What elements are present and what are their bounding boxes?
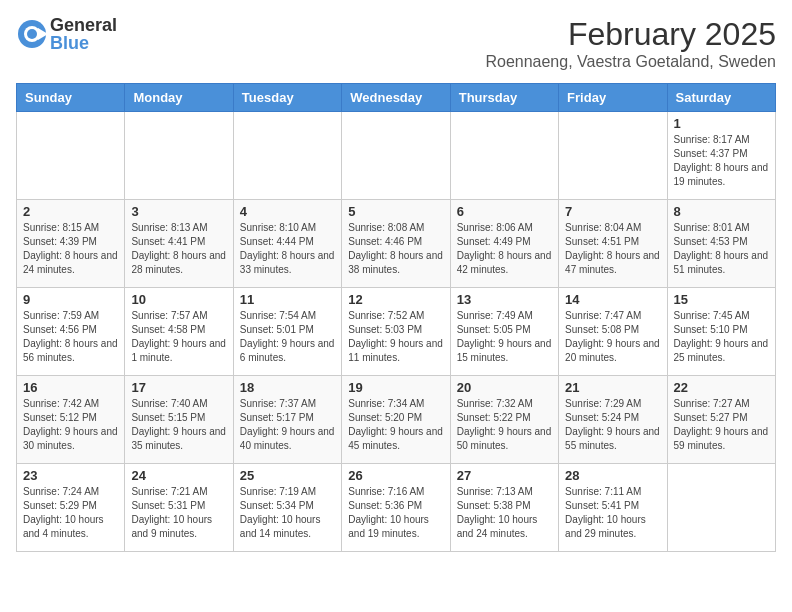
day-info: Sunrise: 7:40 AM Sunset: 5:15 PM Dayligh…	[131, 397, 226, 453]
weekday-header-friday: Friday	[559, 84, 667, 112]
day-number: 8	[674, 204, 769, 219]
day-info: Sunrise: 7:57 AM Sunset: 4:58 PM Dayligh…	[131, 309, 226, 365]
day-number: 11	[240, 292, 335, 307]
calendar-cell: 20Sunrise: 7:32 AM Sunset: 5:22 PM Dayli…	[450, 376, 558, 464]
calendar-cell	[233, 112, 341, 200]
day-number: 7	[565, 204, 660, 219]
weekday-header-monday: Monday	[125, 84, 233, 112]
day-number: 10	[131, 292, 226, 307]
header: General Blue February 2025 Roennaeng, Va…	[16, 16, 776, 71]
calendar-cell: 4Sunrise: 8:10 AM Sunset: 4:44 PM Daylig…	[233, 200, 341, 288]
day-number: 26	[348, 468, 443, 483]
calendar-cell: 15Sunrise: 7:45 AM Sunset: 5:10 PM Dayli…	[667, 288, 775, 376]
calendar-cell: 5Sunrise: 8:08 AM Sunset: 4:46 PM Daylig…	[342, 200, 450, 288]
logo-general-text: General	[50, 16, 117, 34]
day-info: Sunrise: 7:24 AM Sunset: 5:29 PM Dayligh…	[23, 485, 118, 541]
calendar-cell: 8Sunrise: 8:01 AM Sunset: 4:53 PM Daylig…	[667, 200, 775, 288]
calendar-cell: 9Sunrise: 7:59 AM Sunset: 4:56 PM Daylig…	[17, 288, 125, 376]
day-info: Sunrise: 7:45 AM Sunset: 5:10 PM Dayligh…	[674, 309, 769, 365]
calendar-week-row: 16Sunrise: 7:42 AM Sunset: 5:12 PM Dayli…	[17, 376, 776, 464]
day-info: Sunrise: 8:15 AM Sunset: 4:39 PM Dayligh…	[23, 221, 118, 277]
calendar-week-row: 2Sunrise: 8:15 AM Sunset: 4:39 PM Daylig…	[17, 200, 776, 288]
day-number: 1	[674, 116, 769, 131]
calendar-cell: 23Sunrise: 7:24 AM Sunset: 5:29 PM Dayli…	[17, 464, 125, 552]
day-number: 23	[23, 468, 118, 483]
calendar-cell: 10Sunrise: 7:57 AM Sunset: 4:58 PM Dayli…	[125, 288, 233, 376]
logo-blue-text: Blue	[50, 34, 117, 52]
weekday-header-sunday: Sunday	[17, 84, 125, 112]
day-info: Sunrise: 8:08 AM Sunset: 4:46 PM Dayligh…	[348, 221, 443, 277]
calendar-cell	[667, 464, 775, 552]
calendar-cell: 14Sunrise: 7:47 AM Sunset: 5:08 PM Dayli…	[559, 288, 667, 376]
day-info: Sunrise: 7:34 AM Sunset: 5:20 PM Dayligh…	[348, 397, 443, 453]
calendar-cell	[342, 112, 450, 200]
day-info: Sunrise: 7:27 AM Sunset: 5:27 PM Dayligh…	[674, 397, 769, 453]
day-info: Sunrise: 8:01 AM Sunset: 4:53 PM Dayligh…	[674, 221, 769, 277]
calendar-cell: 12Sunrise: 7:52 AM Sunset: 5:03 PM Dayli…	[342, 288, 450, 376]
day-info: Sunrise: 7:13 AM Sunset: 5:38 PM Dayligh…	[457, 485, 552, 541]
logo-icon	[16, 18, 48, 50]
day-number: 21	[565, 380, 660, 395]
weekday-header-row: SundayMondayTuesdayWednesdayThursdayFrid…	[17, 84, 776, 112]
day-number: 22	[674, 380, 769, 395]
day-number: 27	[457, 468, 552, 483]
day-number: 14	[565, 292, 660, 307]
day-number: 15	[674, 292, 769, 307]
calendar-cell: 6Sunrise: 8:06 AM Sunset: 4:49 PM Daylig…	[450, 200, 558, 288]
calendar-cell: 13Sunrise: 7:49 AM Sunset: 5:05 PM Dayli…	[450, 288, 558, 376]
calendar-cell: 26Sunrise: 7:16 AM Sunset: 5:36 PM Dayli…	[342, 464, 450, 552]
calendar-cell	[17, 112, 125, 200]
calendar-cell: 16Sunrise: 7:42 AM Sunset: 5:12 PM Dayli…	[17, 376, 125, 464]
calendar-cell	[125, 112, 233, 200]
logo: General Blue	[16, 16, 117, 52]
day-number: 6	[457, 204, 552, 219]
calendar-cell: 22Sunrise: 7:27 AM Sunset: 5:27 PM Dayli…	[667, 376, 775, 464]
day-info: Sunrise: 7:11 AM Sunset: 5:41 PM Dayligh…	[565, 485, 660, 541]
day-number: 19	[348, 380, 443, 395]
weekday-header-saturday: Saturday	[667, 84, 775, 112]
day-info: Sunrise: 7:37 AM Sunset: 5:17 PM Dayligh…	[240, 397, 335, 453]
calendar-cell: 2Sunrise: 8:15 AM Sunset: 4:39 PM Daylig…	[17, 200, 125, 288]
day-info: Sunrise: 7:49 AM Sunset: 5:05 PM Dayligh…	[457, 309, 552, 365]
calendar-cell: 19Sunrise: 7:34 AM Sunset: 5:20 PM Dayli…	[342, 376, 450, 464]
day-info: Sunrise: 8:04 AM Sunset: 4:51 PM Dayligh…	[565, 221, 660, 277]
calendar-cell: 24Sunrise: 7:21 AM Sunset: 5:31 PM Dayli…	[125, 464, 233, 552]
calendar-cell: 7Sunrise: 8:04 AM Sunset: 4:51 PM Daylig…	[559, 200, 667, 288]
day-info: Sunrise: 8:13 AM Sunset: 4:41 PM Dayligh…	[131, 221, 226, 277]
day-number: 9	[23, 292, 118, 307]
day-info: Sunrise: 7:52 AM Sunset: 5:03 PM Dayligh…	[348, 309, 443, 365]
calendar-cell: 28Sunrise: 7:11 AM Sunset: 5:41 PM Dayli…	[559, 464, 667, 552]
day-number: 17	[131, 380, 226, 395]
day-number: 18	[240, 380, 335, 395]
day-number: 20	[457, 380, 552, 395]
calendar-cell: 11Sunrise: 7:54 AM Sunset: 5:01 PM Dayli…	[233, 288, 341, 376]
day-info: Sunrise: 7:19 AM Sunset: 5:34 PM Dayligh…	[240, 485, 335, 541]
day-info: Sunrise: 7:32 AM Sunset: 5:22 PM Dayligh…	[457, 397, 552, 453]
calendar-week-row: 9Sunrise: 7:59 AM Sunset: 4:56 PM Daylig…	[17, 288, 776, 376]
day-number: 5	[348, 204, 443, 219]
day-info: Sunrise: 8:10 AM Sunset: 4:44 PM Dayligh…	[240, 221, 335, 277]
weekday-header-tuesday: Tuesday	[233, 84, 341, 112]
calendar-table: SundayMondayTuesdayWednesdayThursdayFrid…	[16, 83, 776, 552]
day-number: 24	[131, 468, 226, 483]
day-info: Sunrise: 7:47 AM Sunset: 5:08 PM Dayligh…	[565, 309, 660, 365]
day-number: 2	[23, 204, 118, 219]
day-number: 16	[23, 380, 118, 395]
day-number: 3	[131, 204, 226, 219]
day-number: 12	[348, 292, 443, 307]
day-number: 28	[565, 468, 660, 483]
weekday-header-wednesday: Wednesday	[342, 84, 450, 112]
day-info: Sunrise: 8:06 AM Sunset: 4:49 PM Dayligh…	[457, 221, 552, 277]
day-number: 25	[240, 468, 335, 483]
weekday-header-thursday: Thursday	[450, 84, 558, 112]
day-info: Sunrise: 7:59 AM Sunset: 4:56 PM Dayligh…	[23, 309, 118, 365]
calendar-cell: 18Sunrise: 7:37 AM Sunset: 5:17 PM Dayli…	[233, 376, 341, 464]
calendar-cell: 25Sunrise: 7:19 AM Sunset: 5:34 PM Dayli…	[233, 464, 341, 552]
calendar-week-row: 1Sunrise: 8:17 AM Sunset: 4:37 PM Daylig…	[17, 112, 776, 200]
calendar-cell: 3Sunrise: 8:13 AM Sunset: 4:41 PM Daylig…	[125, 200, 233, 288]
location-title: Roennaeng, Vaestra Goetaland, Sweden	[485, 53, 776, 71]
day-info: Sunrise: 7:21 AM Sunset: 5:31 PM Dayligh…	[131, 485, 226, 541]
svg-point-3	[27, 29, 37, 39]
calendar-cell	[559, 112, 667, 200]
calendar-cell: 27Sunrise: 7:13 AM Sunset: 5:38 PM Dayli…	[450, 464, 558, 552]
